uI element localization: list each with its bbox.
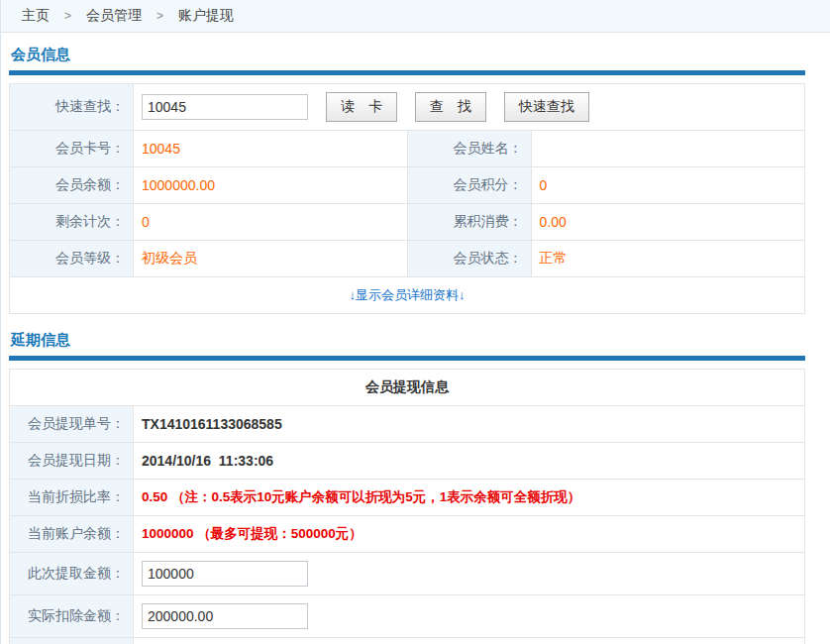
table-row: 剩余计次： 0 累积消费： 0.00: [10, 204, 805, 241]
table-row: 当前账户余额： 1000000 （最多可提现：500000元）: [10, 516, 805, 553]
deduct-amount-label: 实际扣除金额：: [10, 595, 134, 638]
points-value: 0: [531, 167, 805, 204]
page-content: 会员信息 快速查找： 读 卡 查 找 快速查找 会员卡号： 10045 会员姓名…: [9, 46, 805, 644]
withdraw-order-no-value: TX1410161133068585: [142, 416, 282, 432]
withdraw-order-no-label: 会员提现单号：: [10, 406, 134, 443]
remark-row: 备注： ▲ ▼: [10, 638, 805, 644]
table-row: 会员提现单号： TX1410161133068585: [10, 406, 805, 443]
account-balance-value: 1000000 （最多可提现：500000元）: [142, 526, 363, 541]
table-row: 会员卡号： 10045 会员姓名：: [10, 131, 805, 167]
total-consume-label: 累积消费：: [407, 204, 531, 241]
search-button[interactable]: 查 找: [415, 92, 486, 122]
withdraw-amount-label: 此次提取金额：: [10, 553, 134, 595]
table-row: 会员等级： 初级会员 会员状态： 正常: [10, 241, 805, 277]
quick-search-label: 快速查找：: [10, 84, 134, 131]
quick-search-row: 快速查找： 读 卡 查 找 快速查找: [10, 84, 805, 131]
table-row: 会员余额： 1000000.00 会员积分： 0: [10, 167, 805, 204]
breadcrumb: 主页 > 会员管理 > 账户提现: [1, 0, 830, 33]
remaining-times-label: 剩余计次：: [10, 204, 134, 241]
section-divider-bar: [9, 70, 805, 75]
total-consume-value: 0.00: [531, 204, 805, 241]
withdraw-amount-input[interactable]: [142, 561, 308, 587]
withdraw-table-title: 会员提现信息: [10, 370, 805, 406]
member-status-value: 正常: [531, 241, 805, 277]
card-no-label: 会员卡号：: [10, 131, 134, 167]
member-status-label: 会员状态：: [407, 241, 531, 277]
read-card-button[interactable]: 读 卡: [326, 92, 397, 122]
member-level-value: 初级会员: [134, 241, 408, 277]
loss-ratio-label: 当前折损比率：: [10, 480, 134, 516]
quick-search-button[interactable]: 快速查找: [504, 92, 589, 122]
loss-ratio-value: 0.50 （注：0.5表示10元账户余额可以折现为5元，1表示余额可全额折现）: [142, 489, 580, 504]
section-divider-bar: [9, 356, 805, 361]
member-name-value: [531, 131, 805, 167]
withdraw-table-header-row: 会员提现信息: [10, 370, 805, 406]
detail-link-row: ↓显示会员详细资料↓: [10, 277, 805, 314]
account-balance-label: 当前账户余额：: [10, 516, 134, 553]
remark-label: 备注：: [10, 638, 134, 644]
withdraw-table: 会员提现信息 会员提现单号： TX1410161133068585 会员提现日期…: [9, 369, 805, 644]
quick-search-input[interactable]: [142, 94, 308, 120]
card-no-value: 10045: [134, 131, 408, 167]
deduct-amount-input[interactable]: [142, 603, 308, 629]
table-row: 当前折损比率： 0.50 （注：0.5表示10元账户余额可以折现为5元，1表示余…: [10, 480, 805, 516]
withdraw-section-title: 延期信息: [11, 331, 805, 350]
member-name-label: 会员姓名：: [407, 131, 531, 167]
withdraw-date-label: 会员提现日期：: [10, 443, 134, 480]
show-member-detail-link[interactable]: ↓显示会员详细资料↓: [350, 287, 466, 302]
remaining-times-value: 0: [134, 204, 408, 241]
breadcrumb-separator-icon: >: [64, 9, 71, 23]
table-row: 此次提取金额：: [10, 553, 805, 595]
breadcrumb-item-home[interactable]: 主页: [22, 7, 50, 25]
balance-label: 会员余额：: [10, 167, 134, 204]
breadcrumb-separator-icon: >: [156, 9, 163, 23]
balance-value: 1000000.00: [134, 167, 408, 204]
member-info-section-title: 会员信息: [11, 46, 805, 64]
member-level-label: 会员等级：: [10, 241, 134, 277]
breadcrumb-item-account-withdraw[interactable]: 账户提现: [178, 7, 234, 25]
table-row: 实际扣除金额：: [10, 595, 805, 638]
points-label: 会员积分：: [407, 167, 531, 204]
withdraw-date-value: 2014/10/16 11:33:06: [142, 453, 273, 469]
member-info-table: 快速查找： 读 卡 查 找 快速查找 会员卡号： 10045 会员姓名： 会员余…: [9, 83, 805, 314]
breadcrumb-item-member-management[interactable]: 会员管理: [86, 7, 142, 25]
table-row: 会员提现日期： 2014/10/16 11:33:06: [10, 443, 805, 480]
